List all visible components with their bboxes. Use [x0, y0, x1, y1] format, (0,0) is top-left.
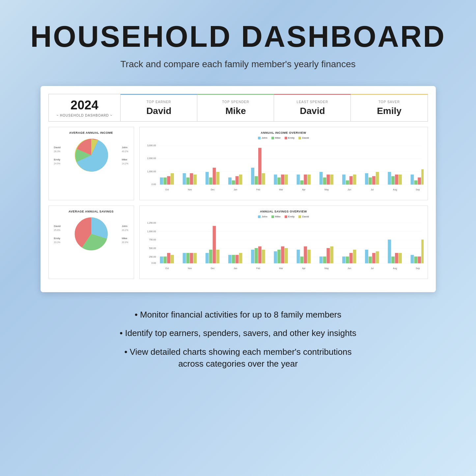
svg-rect-124 [349, 253, 352, 264]
svg-rect-57 [376, 172, 379, 185]
svg-rect-129 [372, 253, 375, 264]
svg-text:Jul: Jul [371, 267, 374, 269]
kpi-label-least-spender: LEAST SPENDER [297, 100, 328, 104]
svg-text:1,250.00: 1,250.00 [147, 222, 156, 224]
savings-charts-row: AVERAGE ANNUAL SAVINGS David 25.6% Emily… [48, 206, 428, 279]
svg-rect-19 [205, 172, 209, 185]
svg-rect-128 [368, 257, 372, 264]
svg-rect-93 [209, 250, 212, 264]
svg-text:Jan: Jan [234, 188, 237, 191]
income-david-pct: 26.3% [54, 150, 61, 153]
svg-text:Feb: Feb [256, 188, 260, 191]
svg-rect-140 [421, 239, 424, 263]
svg-text:0.00: 0.00 [152, 183, 156, 185]
savings-bars-mar: Mar [274, 246, 288, 269]
svg-text:Oct: Oct [165, 188, 169, 191]
svg-rect-62 [398, 175, 402, 185]
svg-rect-122 [342, 257, 345, 264]
svg-rect-65 [414, 181, 417, 185]
svg-rect-27 [239, 175, 242, 185]
svg-rect-15 [186, 178, 189, 185]
kpi-value-top-saver: Emily [377, 106, 402, 116]
savings-pie-title: AVERAGE ANNUAL SAVINGS [69, 210, 114, 213]
svg-rect-60 [391, 176, 395, 185]
income-bars-jun: Jun [342, 175, 356, 191]
savings-legend-mike: Mike [271, 215, 281, 218]
savings-legend-label-mike: Mike [275, 215, 281, 218]
income-legend-emily: Emily [285, 136, 295, 139]
svg-rect-100 [239, 253, 242, 264]
svg-rect-99 [235, 255, 238, 264]
svg-text:Oct: Oct [165, 267, 169, 269]
svg-rect-135 [398, 253, 402, 264]
svg-rect-85 [171, 255, 174, 264]
income-bars-aug: Aug [388, 172, 402, 191]
svg-text:Apr: Apr [302, 188, 305, 191]
svg-rect-112 [296, 250, 300, 264]
svg-rect-17 [193, 175, 197, 185]
svg-rect-94 [212, 226, 216, 264]
svg-rect-11 [167, 176, 170, 185]
svg-rect-117 [319, 257, 322, 264]
savings-bar-svg: 1,250.00 1,000.00 750.00 500.00 250.00 0… [144, 221, 424, 273]
svg-rect-123 [346, 257, 349, 264]
savings-pie: AVERAGE ANNUAL SAVINGS David 25.6% Emily… [48, 206, 134, 279]
svg-rect-95 [216, 250, 219, 264]
svg-rect-88 [186, 253, 189, 264]
svg-text:Sep: Sep [416, 267, 420, 270]
savings-john-label: John [122, 225, 128, 228]
svg-text:0.00: 0.00 [152, 262, 156, 264]
bullet-points: • Monitor financial activities for up to… [41, 309, 436, 370]
svg-rect-114 [304, 246, 307, 263]
income-legend-john: John [258, 136, 267, 139]
income-bars-jul: Jul [365, 172, 379, 191]
svg-rect-130 [376, 251, 379, 264]
savings-bars-jan: Jan [228, 253, 242, 269]
svg-rect-104 [258, 246, 261, 263]
kpi-value-least-spender: David [300, 106, 325, 116]
income-bars-oct: Oct [160, 173, 174, 191]
kpi-value-top-spender: Mike [225, 106, 246, 116]
svg-rect-16 [190, 173, 193, 185]
svg-rect-51 [349, 176, 352, 185]
kpi-label-top-earner: TOP EARNER [147, 100, 171, 104]
svg-rect-127 [365, 250, 368, 264]
svg-rect-20 [209, 178, 212, 185]
svg-text:1,000.00: 1,000.00 [147, 230, 156, 233]
savings-bars-oct: Oct [160, 253, 174, 269]
income-john-pct: 43.2% [122, 150, 128, 153]
income-legend-david: David [298, 136, 309, 139]
svg-rect-40 [300, 181, 303, 185]
svg-rect-119 [326, 248, 330, 263]
svg-rect-50 [346, 181, 349, 185]
savings-bars-jul: Jul [365, 250, 379, 269]
svg-text:Aug: Aug [393, 188, 397, 191]
svg-text:Jun: Jun [348, 188, 351, 191]
svg-rect-109 [281, 246, 284, 263]
dashboard-card: 2024 ~ HOUSEHOLD DASHBOARD ~ TOP EARNER … [41, 86, 436, 292]
savings-mike-label: Mike [122, 237, 128, 240]
income-bars-dec: Dec [205, 168, 219, 191]
svg-rect-32 [262, 173, 265, 185]
income-mike-label: Mike [122, 158, 128, 161]
svg-rect-61 [395, 175, 398, 185]
svg-text:Feb: Feb [256, 267, 260, 269]
svg-text:Apr: Apr [302, 267, 305, 270]
savings-john-pct: 20.2% [122, 229, 128, 231]
income-charts-row: AVERAGE ANNUAL INCOME David 26.3% Emily … [48, 127, 428, 200]
svg-rect-46 [326, 175, 330, 185]
svg-rect-133 [391, 257, 395, 264]
page-subtitle: Track and compare each family member's y… [121, 59, 356, 70]
year-label: ~ HOUSEHOLD DASHBOARD ~ [57, 114, 113, 117]
svg-rect-89 [190, 253, 193, 264]
svg-text:750.00: 750.00 [149, 238, 156, 241]
savings-bar-legend: John Mike Emily David [144, 215, 424, 218]
svg-rect-12 [171, 173, 174, 185]
income-legend-mike: Mike [271, 136, 281, 139]
kpi-card-top-saver: TOP SAVER Emily [351, 94, 428, 122]
income-legend-label-john: John [262, 136, 267, 139]
svg-rect-26 [235, 176, 238, 185]
bullet-1: • Monitor financial activities for up to… [54, 309, 423, 321]
income-emily-pct: 24.5% [54, 162, 61, 165]
income-bar-legend: John Mike Emily David [144, 136, 424, 139]
